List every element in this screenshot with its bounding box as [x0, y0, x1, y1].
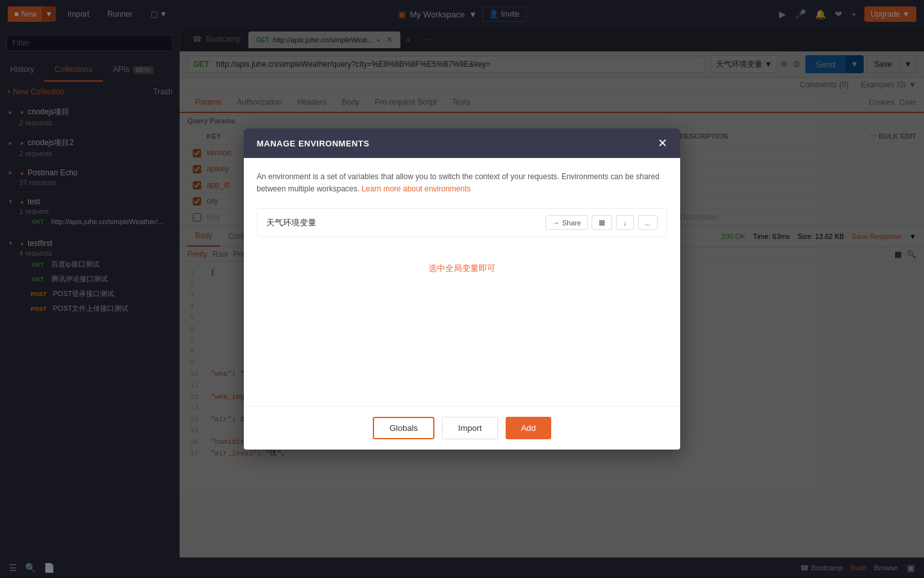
- modal-description: An environment is a set of variables tha…: [257, 171, 667, 195]
- center-hint-text: 选中全局变量即可: [257, 263, 667, 274]
- modal-header: MANAGE ENVIRONMENTS ✕: [244, 128, 680, 158]
- copy-icon: ▦: [599, 218, 605, 227]
- add-button[interactable]: Add: [506, 417, 551, 439]
- modal-body: An environment is a set of variables tha…: [244, 158, 680, 406]
- import-button[interactable]: Import: [442, 417, 498, 439]
- share-button[interactable]: → Share: [545, 215, 588, 230]
- env-action-buttons: → Share ▦ ↓ ...: [545, 215, 658, 230]
- share-icon: →: [552, 219, 560, 227]
- duplicate-button[interactable]: ▦: [592, 215, 612, 230]
- globals-button[interactable]: Globals: [373, 417, 434, 439]
- modal-footer: Globals Import Add: [244, 406, 680, 450]
- more-options-button[interactable]: ...: [638, 215, 658, 230]
- modal-title: MANAGE ENVIRONMENTS: [257, 139, 370, 148]
- modal-overlay[interactable]: MANAGE ENVIRONMENTS ✕ An environment is …: [0, 0, 924, 578]
- env-name: 天气环境变量: [266, 217, 316, 229]
- manage-environments-modal: MANAGE ENVIRONMENTS ✕ An environment is …: [244, 128, 680, 450]
- environment-row: 天气环境变量 → Share ▦ ↓ ...: [257, 208, 667, 237]
- modal-close-button[interactable]: ✕: [658, 137, 667, 149]
- learn-more-link[interactable]: Learn more about environments: [361, 184, 470, 193]
- download-icon: ↓: [623, 219, 627, 227]
- download-button[interactable]: ↓: [616, 215, 634, 230]
